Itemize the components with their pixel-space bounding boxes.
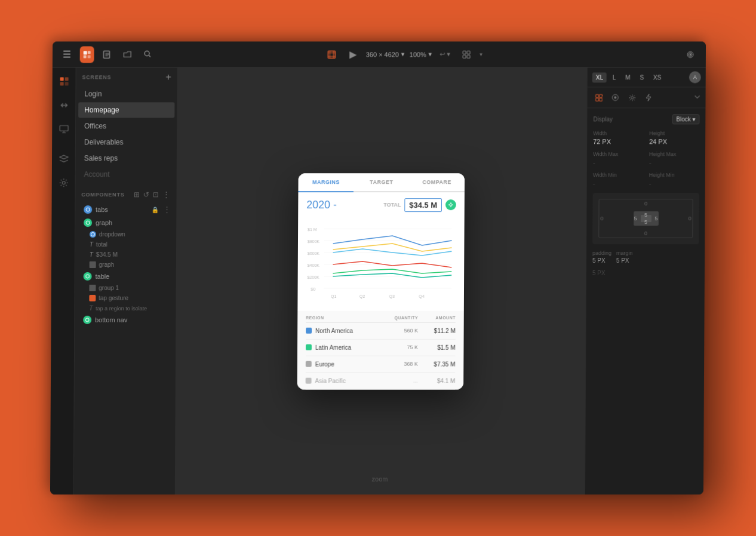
comp-total-label: total (96, 241, 107, 248)
comp-tap-text-label: tap a region to isolate (96, 305, 147, 311)
comp-dropdown[interactable]: dropdown (75, 229, 176, 239)
sidebar-arrows-icon[interactable] (56, 97, 72, 113)
canvas-size-chevron: ▾ (401, 51, 405, 58)
comp-graph2[interactable]: graph (75, 260, 176, 270)
comp-layout-icon[interactable]: ⊞ (134, 190, 140, 199)
rp-extra-icon[interactable] (694, 92, 701, 103)
table-row-asia[interactable]: Asia Pacific ... $4.1 M (306, 372, 456, 389)
bp-xs[interactable]: XS (650, 72, 665, 82)
spacing-outer[interactable]: 0 0 0 0 5 5 5 5 (598, 199, 693, 238)
comp-more-icon[interactable]: ⋮ (162, 190, 171, 199)
comp-graph[interactable]: graph (75, 216, 176, 229)
file-icon[interactable] (100, 46, 114, 63)
svg-point-17 (62, 181, 65, 184)
undo-icon[interactable]: ↩ ▾ (437, 46, 454, 63)
canvas-size-selector[interactable]: 360 × 4620 ▾ (366, 51, 405, 58)
frame-icon[interactable] (323, 46, 340, 63)
app-window: ☰ (50, 42, 706, 495)
rp-layout-icon[interactable] (592, 91, 606, 104)
tab-margins[interactable]: MARGINS (298, 173, 354, 192)
height-value[interactable]: 24 PX (649, 138, 699, 145)
screen-item-salesreps[interactable]: Sales reps (78, 150, 174, 166)
lock-icon: 🔒 (152, 207, 159, 213)
comp-total[interactable]: T total (75, 239, 176, 249)
sidebar-screens-icon[interactable] (56, 73, 72, 89)
spacing-widget: 0 0 0 0 5 5 5 5 (592, 193, 699, 244)
grid-icon[interactable] (458, 46, 475, 63)
svg-point-23 (450, 204, 452, 206)
rp-style-icon[interactable] (609, 91, 622, 104)
screen-item-deliverables[interactable]: Deliverables (78, 134, 174, 150)
settings-dot[interactable] (445, 199, 456, 210)
total-value-box[interactable]: $34.5 M (404, 198, 442, 212)
rp-bolt-icon[interactable] (642, 91, 655, 104)
comp-bottom-nav[interactable]: bottom nav (75, 313, 176, 326)
bp-m[interactable]: M (622, 72, 634, 82)
sidebar-monitor-icon[interactable] (56, 121, 72, 137)
play-icon[interactable]: ▶ (345, 46, 361, 63)
sidebar-layers-icon[interactable] (56, 151, 71, 167)
canvas-size-label: 360 × 4620 (366, 51, 399, 58)
screen-item-account[interactable]: Account (78, 167, 174, 182)
screen-item-homepage[interactable]: Homepage (78, 102, 174, 118)
table-row-north-america[interactable]: North America 560 K $11.2 M (306, 322, 456, 339)
comp-expand-icon[interactable]: ⊡ (153, 190, 159, 199)
sidebar-gear-icon[interactable] (56, 175, 71, 190)
bp-l[interactable]: L (609, 72, 620, 82)
padding-value[interactable]: 5 PX (592, 257, 611, 264)
rp-settings-icon[interactable] (625, 91, 638, 104)
margin-value[interactable]: 5 PX (616, 257, 632, 264)
width-max-value: - (593, 159, 643, 166)
screens-panel: SCREENS + Login Homepage Offices Deliver… (74, 67, 177, 494)
display-select[interactable]: Block ▾ (672, 114, 699, 124)
comp-value-label: $34.5 M (96, 251, 118, 258)
svg-rect-2 (84, 55, 87, 58)
width-value[interactable]: 72 PX (593, 138, 643, 145)
comp-group1[interactable]: group 1 (75, 283, 176, 293)
comp-tap-gesture[interactable]: tap gesture (75, 293, 176, 303)
extra-val: 5 PX (592, 270, 606, 276)
folder-icon[interactable] (120, 46, 134, 63)
right-panel-icons (588, 87, 706, 108)
tab-compare[interactable]: COMPARE (409, 173, 465, 191)
spacing-inner-box: 5 5 5 5 (634, 211, 659, 226)
height-max-value: - (649, 159, 699, 166)
inner-right-val: 5 (654, 215, 657, 221)
comp-tabs[interactable]: tabs 🔒 ⋮ (75, 203, 176, 216)
qty-latin-america: 75 K (380, 344, 418, 350)
width-group: Width 72 PX (593, 130, 643, 145)
search-icon[interactable] (140, 46, 155, 63)
tab-target[interactable]: TARGET (354, 173, 409, 191)
zoom-selector[interactable]: 100% ▾ (410, 51, 432, 58)
left-sidebar-icons (50, 67, 76, 494)
svg-rect-15 (64, 82, 68, 85)
screen-item-login[interactable]: Login (78, 86, 174, 101)
comp-nav-label: bottom nav (95, 316, 127, 324)
comp-table[interactable]: table (75, 270, 176, 283)
bp-s[interactable]: S (636, 72, 647, 82)
top-bar-left: ☰ (60, 46, 155, 63)
comp-refresh-icon[interactable]: ↺ (143, 190, 149, 199)
bp-xl[interactable]: XL (592, 72, 607, 82)
hamburger-icon[interactable]: ☰ (60, 46, 74, 63)
svg-text:$600K: $600K (308, 251, 319, 255)
chart-container: $1 M $800K $600K $400K $200K $0 (297, 218, 464, 311)
table-row-europe[interactable]: Europe 368 K $7.35 M (306, 356, 456, 372)
components-title: COMPONENTS (81, 192, 124, 198)
svg-point-5 (145, 51, 149, 56)
components-actions: ⊞ ↺ ⊡ ⋮ (134, 190, 171, 199)
settings-wrench-icon[interactable] (682, 46, 699, 63)
dot-europe (306, 361, 312, 367)
svg-rect-7 (463, 51, 466, 54)
comp-graph-icon (84, 218, 92, 227)
amount-north-america: $11.2 M (418, 327, 456, 334)
table-row-latin-america[interactable]: Latin America 75 K $1.5 M (306, 339, 456, 356)
dot-north-america (306, 328, 312, 334)
comp-total-value[interactable]: T $34.5 M (75, 249, 176, 260)
max-dimensions-row: Width Max - Height Max - (593, 151, 699, 166)
add-screen-button[interactable]: + (165, 72, 171, 82)
top-bar-center: ▶ 360 × 4620 ▾ 100% ▾ ↩ ▾ ▾ (162, 46, 644, 63)
screen-item-offices[interactable]: Offices (78, 118, 174, 134)
comp-tabs-more[interactable]: ⋮ (163, 205, 170, 214)
width-min-label: Width Min (593, 172, 643, 178)
